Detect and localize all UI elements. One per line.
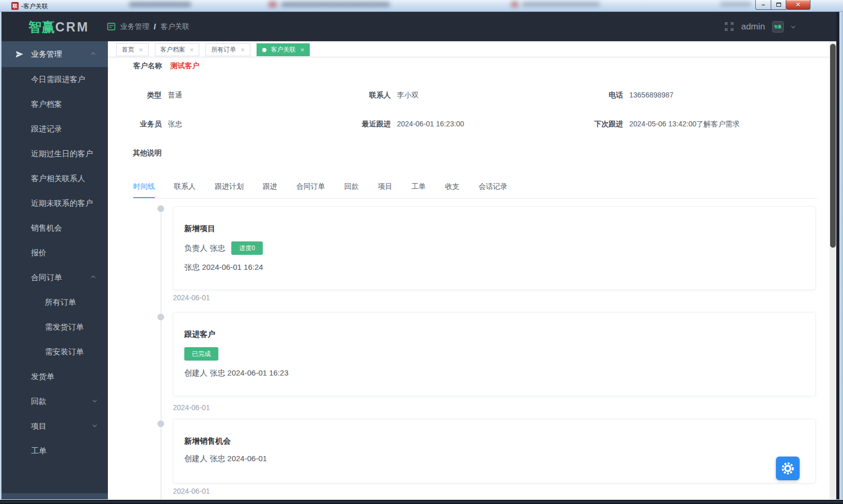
sidebar-item-followup-records[interactable]: 跟进记录 [2,117,108,141]
gear-icon [781,462,794,475]
scrollbar-thumb[interactable] [830,44,836,248]
avatar[interactable]: 智赢 [772,21,784,32]
main-content: 首页 × 客户档案 × 所有订单 × 客户关联 × 客户名称 测试客户 [108,41,830,499]
customer-name-label: 客户名称 [133,61,162,71]
sidebar-item-customer-files[interactable]: 客户档案 [2,92,108,117]
window-frame-right [836,12,843,499]
username[interactable]: admin [741,22,765,32]
scrollbar-header-backdrop [830,12,836,41]
timeline-date: 2024-06-01 [173,294,210,302]
tab-contacts[interactable]: 联系人 [174,174,196,198]
sidebar-item-sales-opportunities[interactable]: 销售机会 [2,216,108,240]
tab-close-icon[interactable]: × [241,47,245,53]
sidebar-item-all-orders[interactable]: 所有订单 [2,290,108,315]
vertical-scrollbar[interactable] [830,41,836,499]
detail-tabs: 时间线 联系人 跟进计划 跟进 合同订单 回款 项目 工单 收支 会话记录 [133,174,817,199]
sidebar-item-payments[interactable]: 回款 [2,389,108,414]
tab-close-icon[interactable]: × [190,47,194,53]
page-tabbar: 首页 × 客户档案 × 所有订单 × 客户关联 × [108,41,830,57]
field-phone: 电话13656898987 [577,90,674,100]
breadcrumb-page: 客户关联 [161,22,189,31]
tab-close-icon[interactable]: × [300,47,305,53]
timeline-card-new-project: 新增项目 负责人 张忠 进度0 张忠 2024-06-01 16:24 [173,206,816,290]
app-logo: 智赢CRM [28,19,89,36]
header-right-cluster: admin 智赢 [724,12,794,41]
customer-name-value: 测试客户 [170,61,199,71]
settings-fab-button[interactable] [776,457,800,480]
module-icon [107,22,116,31]
window-app-icon: 联 [11,2,19,10]
page-tab-home[interactable]: 首页 × [116,43,149,56]
field-other-notes: 其他说明 [115,148,168,158]
send-icon [15,50,24,59]
sidebar-item-not-contacted[interactable]: 近期未联系的客户 [2,191,108,216]
sidebar: 业务管理 今日需跟进客户 客户档案 跟进记录 近期过生日的客户 客户相关联系人 … [2,41,108,499]
timeline-card-followup: 跟进客户 已完成 创建人 张忠 2024-06-01 16:23 [173,312,816,396]
active-tab-dot [262,48,266,52]
titlebar-blur-decoration [281,2,390,7]
maximize-icon [776,3,781,7]
app-header: 智赢CRM 业务管理 / 客户关联 admin 智赢 [2,12,836,41]
maximize-button[interactable] [771,0,786,10]
status-badge[interactable]: 已完成 [184,347,218,361]
field-type: 类型普通 [115,90,182,100]
sidebar-item-today-followup[interactable]: 今日需跟进客户 [2,67,108,92]
titlebar-blur-decoration [129,2,191,7]
timeline-card-new-opportunity: 新增销售机会 创建人 张忠 2024-06-01 [173,419,816,483]
sidebar-item-customer-contacts[interactable]: 客户相关联系人 [2,166,108,191]
tab-contract-orders[interactable]: 合同订单 [296,174,325,198]
chevron-down-icon [92,398,97,402]
tab-close-icon[interactable]: × [139,47,143,53]
sidebar-partial-item [2,493,108,499]
page-tab-all-orders[interactable]: 所有订单 × [205,43,250,56]
sidebar-item-quotes[interactable]: 报价 [2,240,108,265]
sidebar-item-business-management[interactable]: 业务管理 [2,41,108,67]
tab-income-expense[interactable]: 收支 [445,174,459,198]
sidebar-item-work-orders[interactable]: 工单 [2,438,108,463]
timeline-dot [157,314,164,320]
chevron-down-icon [92,422,97,427]
window-title: -客户关联 [21,2,48,11]
timeline-date: 2024-06-01 [173,403,210,412]
tab-followup[interactable]: 跟进 [263,174,277,198]
field-contact: 联系人李小双 [344,90,419,100]
sidebar-item-contract-orders[interactable]: 合同订单 [2,265,108,290]
window-frame-bottom [0,499,843,504]
field-next-followup: 下次跟进2024-05-06 13:42:00了解客户需求 [577,119,740,129]
timeline-card-meta: 创建人 张忠 2024-06-01 16:23 [184,368,805,378]
tab-projects[interactable]: 项目 [378,174,392,198]
timeline-date: 2024-06-01 [173,487,210,495]
titlebar-blur-decoration [522,2,600,6]
timeline-card-meta: 张忠 2024-06-01 16:24 [184,263,805,272]
page-tab-customer-files[interactable]: 客户档案 × [155,43,200,56]
timeline-card-meta: 创建人 张忠 2024-06-01 [184,454,805,464]
field-last-followup: 最近跟进2024-06-01 16:23:00 [344,119,464,129]
field-salesperson: 业务员张忠 [115,119,182,129]
page-tab-customer-relation[interactable]: 客户关联 × [257,43,310,56]
timeline-dot [157,420,164,427]
tab-followup-plan[interactable]: 跟进计划 [215,174,244,198]
sidebar-item-to-ship-orders[interactable]: 需发货订单 [2,315,108,339]
fullscreen-icon[interactable] [724,22,734,31]
breadcrumb-separator: / [154,23,156,31]
sidebar-item-projects[interactable]: 项目 [2,414,108,438]
titlebar-blur-decoration [511,2,518,7]
sidebar-item-to-install-orders[interactable]: 需安装订单 [2,339,108,364]
progress-badge[interactable]: 进度0 [231,241,263,255]
tab-timeline[interactable]: 时间线 [133,174,155,198]
breadcrumb-section[interactable]: 业务管理 [120,22,149,31]
os-titlebar: 联 -客户关联 – ✕ [0,0,843,12]
tab-payments[interactable]: 回款 [344,174,359,198]
sidebar-item-shipping-orders[interactable]: 发货单 [2,364,108,389]
close-button[interactable]: ✕ [786,0,810,10]
sidebar-item-recent-birthdays[interactable]: 近期过生日的客户 [2,141,108,166]
tab-conversation-log[interactable]: 会话记录 [479,174,507,198]
timeline-line [161,207,162,499]
app-window: 联 -客户关联 – ✕ 智赢CRM 业务管理 / 客户关联 [0,0,843,504]
user-menu-chevron-down-icon[interactable] [791,24,795,28]
titlebar-blur-decoration [268,2,277,7]
minimize-button[interactable]: – [755,0,771,10]
chevron-up-icon [91,52,95,56]
tab-work-orders[interactable]: 工单 [411,174,426,198]
chevron-up-icon [91,275,95,280]
